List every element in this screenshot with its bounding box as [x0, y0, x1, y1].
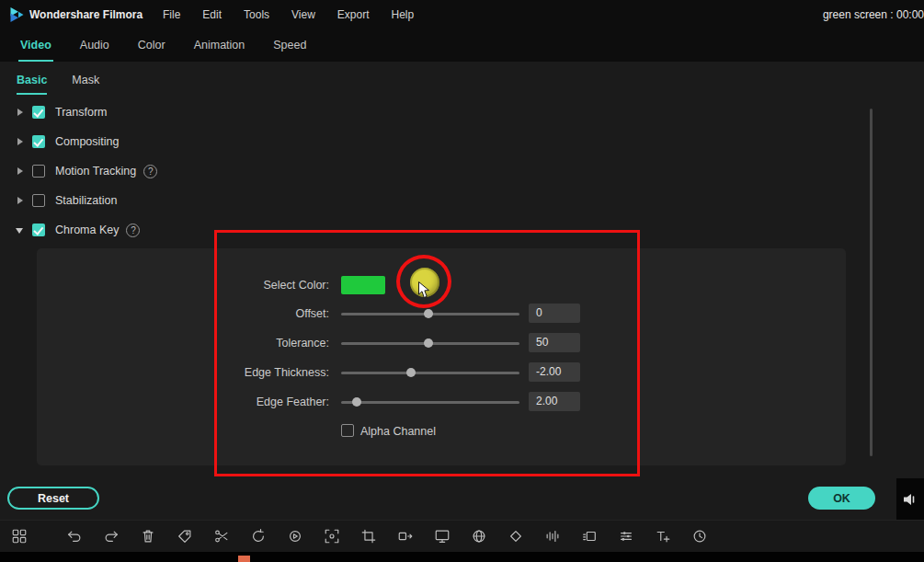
property-list: Transform Compositing Motion Tracking St… [0, 97, 883, 245]
tab-audio[interactable]: Audio [78, 29, 111, 62]
tab-color[interactable]: Color [136, 29, 167, 62]
property-row-compositing[interactable]: Compositing [0, 127, 883, 156]
property-row-stabilization[interactable]: Stabilization [0, 186, 883, 215]
color-picker-button[interactable] [410, 268, 439, 297]
mute-audio-icon [903, 493, 918, 506]
media-grid-icon[interactable] [11, 528, 28, 545]
tab-speed[interactable]: Speed [271, 29, 308, 62]
compositing-checkbox[interactable] [32, 135, 45, 148]
filmora-window: Wondershare Filmora File Edit Tools View… [0, 0, 924, 562]
marker-icon[interactable] [177, 528, 193, 545]
motion-tracking-checkbox[interactable] [32, 165, 45, 178]
property-row-chroma-key[interactable]: Chroma Key [0, 215, 883, 245]
alpha-channel-label: Alpha Channel [360, 420, 436, 442]
property-row-motion-tracking[interactable]: Motion Tracking [0, 156, 883, 186]
select-color-label: Select Color: [37, 274, 329, 296]
property-row-transform[interactable]: Transform [0, 97, 883, 127]
offset-slider[interactable] [341, 313, 519, 315]
menu-export[interactable]: Export [337, 8, 370, 21]
motion-blur-icon[interactable] [581, 528, 598, 545]
property-label: Stabilization [55, 194, 117, 207]
menu-file[interactable]: File [163, 8, 180, 21]
property-label: Motion Tracking [55, 165, 136, 178]
undo-icon[interactable] [66, 528, 83, 545]
edge-thickness-label: Edge Thickness: [37, 361, 329, 384]
globe-icon[interactable] [471, 528, 487, 545]
transform-checkbox[interactable] [32, 106, 45, 119]
timeline-strip [0, 552, 924, 562]
subtab-mask[interactable]: Mask [72, 74, 99, 95]
collapse-caret-icon[interactable] [16, 224, 27, 235]
expand-caret-icon[interactable] [16, 136, 27, 147]
alpha-channel-row: Alpha Channel [37, 420, 846, 442]
menu-tools[interactable]: Tools [244, 8, 269, 21]
crop-icon[interactable] [360, 528, 377, 545]
edge-thickness-row: Edge Thickness: -2.00 [37, 361, 846, 384]
reset-button[interactable]: Reset [7, 487, 99, 510]
edge-feather-value-field[interactable]: 2.00 [529, 392, 580, 411]
color-swatch[interactable] [341, 276, 385, 294]
snapshot-icon[interactable] [324, 528, 340, 545]
edge-feather-slider[interactable] [341, 401, 519, 404]
select-color-row: Select Color: [37, 274, 846, 296]
menu-help[interactable]: Help [392, 8, 415, 21]
audio-toggle[interactable] [896, 478, 924, 521]
add-text-icon[interactable] [655, 528, 671, 545]
menu-edit[interactable]: Edit [202, 8, 222, 21]
tab-video[interactable]: Video [18, 29, 53, 62]
ripple-edit-icon[interactable] [397, 528, 414, 545]
tolerance-label: Tolerance: [37, 332, 329, 354]
tolerance-row: Tolerance: 50 [37, 332, 846, 354]
edge-thickness-value-field[interactable]: -2.00 [529, 362, 580, 382]
video-subtabs: Basic Mask [17, 74, 99, 95]
menubar: File Edit Tools View Export Help [163, 0, 414, 29]
expand-caret-icon[interactable] [16, 166, 27, 177]
slider-handle[interactable] [424, 338, 433, 348]
expand-caret-icon[interactable] [16, 195, 27, 206]
edge-thickness-slider[interactable] [341, 372, 519, 374]
tolerance-slider[interactable] [341, 342, 519, 345]
expand-caret-icon[interactable] [16, 107, 27, 118]
project-info: green screen : 00:00 [823, 8, 924, 21]
slider-handle[interactable] [406, 368, 416, 377]
timeline-toolbar [0, 520, 924, 552]
edge-feather-label: Edge Feather: [37, 391, 329, 413]
offset-row: Offset: 0 [37, 303, 846, 325]
subtab-basic[interactable]: Basic [17, 74, 47, 95]
slider-handle[interactable] [352, 397, 361, 407]
property-label: Transform [55, 106, 108, 119]
filmora-logo-icon [9, 6, 25, 23]
chroma-key-panel: Select Color: Offset: 0 Tolerance: 50 Ed… [37, 248, 846, 465]
timeline-marker[interactable] [238, 556, 250, 562]
split-icon[interactable] [213, 528, 230, 545]
tab-animation[interactable]: Animation [192, 29, 247, 62]
chroma-key-checkbox[interactable] [32, 224, 45, 236]
redo-icon[interactable] [103, 528, 120, 545]
screen-record-icon[interactable] [434, 528, 451, 545]
panel-scrollbar[interactable] [870, 109, 873, 456]
help-icon[interactable] [143, 165, 157, 178]
audio-wave-icon[interactable] [544, 528, 561, 545]
adjust-icon[interactable] [618, 528, 634, 545]
ok-button[interactable]: OK [808, 487, 875, 510]
play-circle-icon[interactable] [287, 528, 303, 545]
editor-tabs: Video Audio Color Animation Speed [0, 29, 924, 62]
offset-value-field[interactable]: 0 [529, 304, 580, 323]
title-bar: Wondershare Filmora File Edit Tools View… [0, 0, 924, 29]
delete-icon[interactable] [140, 528, 156, 545]
property-label: Compositing [55, 135, 119, 148]
property-label: Chroma Key [55, 224, 119, 236]
slider-handle[interactable] [424, 309, 433, 318]
tolerance-value-field[interactable]: 50 [529, 333, 580, 352]
edge-feather-row: Edge Feather: 2.00 [37, 391, 846, 413]
offset-label: Offset: [37, 303, 329, 325]
stabilization-checkbox[interactable] [32, 194, 45, 207]
app-title: Wondershare Filmora [29, 8, 143, 21]
help-icon[interactable] [126, 224, 140, 237]
speed-icon[interactable] [250, 528, 267, 545]
menu-view[interactable]: View [291, 8, 315, 21]
alpha-channel-checkbox[interactable] [341, 424, 354, 437]
keyframe-icon[interactable] [508, 528, 524, 545]
timer-icon[interactable] [691, 528, 708, 545]
